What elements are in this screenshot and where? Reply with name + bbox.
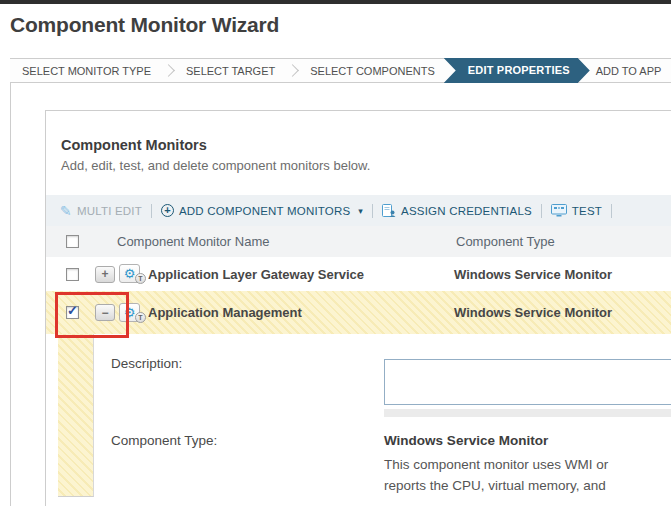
multi-edit-button[interactable]: ✎ MULTI EDIT <box>60 204 142 218</box>
step-select-components[interactable]: SELECT COMPONENTS <box>298 65 447 77</box>
component-type-row: Component Type: Windows Service Monitor … <box>94 433 671 496</box>
toolbar-separator <box>151 204 152 218</box>
pencil-icon: ✎ <box>60 204 72 218</box>
chevron-right-icon <box>286 64 299 77</box>
row-name: Application Layer Gateway Service <box>148 267 454 282</box>
description-textarea[interactable] <box>384 359 671 405</box>
assign-credentials-icon <box>382 204 396 218</box>
row-type: Windows Service Monitor <box>454 305 612 320</box>
row-checkbox[interactable] <box>66 268 79 281</box>
test-monitor-icon <box>551 204 567 217</box>
column-header-name: Component Monitor Name <box>117 234 456 249</box>
assign-credentials-button[interactable]: ASSIGN CREDENTIALS <box>382 204 532 218</box>
section-head: Component Monitors Add, edit, test, and … <box>46 111 671 173</box>
step-select-target[interactable]: SELECT TARGET <box>174 65 287 77</box>
row-type: Windows Service Monitor <box>454 267 612 282</box>
step-add-to-app[interactable]: ADD TO APP <box>590 65 671 77</box>
step-nav: SELECT MONITOR TYPE SELECT TARGET SELECT… <box>10 58 671 83</box>
add-component-monitors-label: ADD COMPONENT MONITORS <box>179 205 350 217</box>
add-component-monitors-button[interactable]: + ADD COMPONENT MONITORS ▾ <box>161 204 363 217</box>
component-type-label: Component Type: <box>94 433 384 448</box>
resize-bar[interactable] <box>384 409 671 417</box>
template-badge-icon: T <box>135 312 146 323</box>
select-all-checkbox[interactable] <box>66 235 79 248</box>
page-title: Component Monitor Wizard <box>10 13 279 37</box>
table-row-selected[interactable]: ✓ − ⚙ T Application Management Windows S… <box>46 291 671 334</box>
screen: Component Monitor Wizard SELECT MONITOR … <box>0 0 671 506</box>
expanded-detail: Description: Component Type: Windows Ser… <box>46 334 671 502</box>
toolbar-separator <box>372 204 373 218</box>
row-name: Application Management <box>148 305 454 320</box>
collapse-button[interactable]: − <box>95 304 115 321</box>
description-row: Description: <box>94 356 671 417</box>
toolbar: ✎ MULTI EDIT + ADD COMPONENT MONITORS ▾ … <box>46 195 671 226</box>
component-type-description: This component monitor uses WMI or repor… <box>384 454 608 496</box>
description-label: Description: <box>94 356 384 371</box>
section-heading: Component Monitors <box>61 137 671 153</box>
service-icon: ⚙ T <box>119 264 146 284</box>
check-icon: ✓ <box>67 303 78 318</box>
component-type-name: Windows Service Monitor <box>384 433 608 448</box>
test-label: TEST <box>572 205 602 217</box>
detail-form: Description: Component Type: Windows Ser… <box>94 334 671 502</box>
step-edit-properties-active[interactable]: EDIT PROPERTIES <box>444 58 590 83</box>
table-header: Component Monitor Name Component Type <box>46 226 671 257</box>
toolbar-separator <box>541 204 542 218</box>
row-checkbox-checked[interactable]: ✓ <box>66 306 79 319</box>
column-header-type: Component Type <box>456 234 555 249</box>
circle-plus-icon: + <box>161 204 174 217</box>
chevron-down-icon: ▾ <box>358 206 363 216</box>
table-row[interactable]: + ⚙ T Application Layer Gateway Service … <box>46 257 671 291</box>
selection-stripe <box>58 334 94 497</box>
detail-spacer <box>46 334 58 502</box>
wizard-left-border <box>10 58 11 506</box>
content-panel: Component Monitors Add, edit, test, and … <box>45 110 671 506</box>
top-bar <box>0 0 671 4</box>
section-subheading: Add, edit, test, and delete component mo… <box>61 158 671 173</box>
expand-button[interactable]: + <box>95 266 115 283</box>
service-icon: ⚙ T <box>119 303 146 323</box>
toolbar-separator <box>611 204 612 218</box>
assign-credentials-label: ASSIGN CREDENTIALS <box>401 205 532 217</box>
step-select-monitor-type[interactable]: SELECT MONITOR TYPE <box>10 65 163 77</box>
description-field-group <box>384 359 671 417</box>
template-badge-icon: T <box>135 273 146 284</box>
multi-edit-label: MULTI EDIT <box>77 205 142 217</box>
test-button[interactable]: TEST <box>551 204 602 217</box>
component-type-value: Windows Service Monitor This component m… <box>384 433 608 496</box>
chevron-right-icon <box>162 64 175 77</box>
